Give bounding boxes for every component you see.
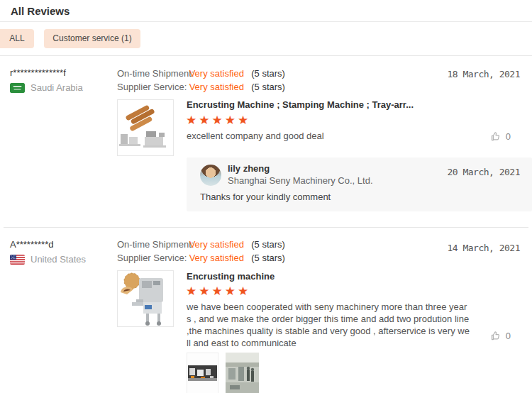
churros-machine-image <box>118 100 173 155</box>
tab-customer-service[interactable]: Customer service (1) <box>44 29 140 48</box>
review-filter-tabs: ALL Customer service (1) <box>0 23 532 56</box>
rating-row-shipment: On-time Shipment: Very satisfied (5 star… <box>117 68 285 79</box>
factory-photo-2 <box>226 353 259 393</box>
product-thumbnail[interactable] <box>117 270 174 327</box>
rating-row-shipment: On-time Shipment: Very satisfied (5 star… <box>117 239 285 250</box>
rating-value: Very satisfied <box>189 253 249 263</box>
rating-stars-text: (5 stars) <box>251 239 285 250</box>
avatar <box>200 165 221 186</box>
rating-stars-text: (5 stars) <box>251 68 285 79</box>
rating-stars-text: (5 stars) <box>251 253 285 263</box>
review-divider <box>4 227 528 228</box>
reviewer-name: A*********d <box>10 239 53 250</box>
review-text: excellent company and good deal <box>187 130 324 142</box>
like-button[interactable]: 0 <box>490 331 511 341</box>
like-count: 0 <box>506 331 511 341</box>
review-text: we have been cooperated with seny machin… <box>187 301 470 349</box>
reply-date: 20 March, 2021 <box>447 167 520 177</box>
rating-stars-text: (5 stars) <box>251 82 285 92</box>
rating-value: Very satisfied <box>189 68 249 79</box>
reviewer-country: Saudi Arabia <box>10 82 83 93</box>
like-button[interactable]: 0 <box>490 131 511 142</box>
page-header: All Reviews <box>0 0 532 22</box>
rating-value: Very satisfied <box>189 82 249 92</box>
like-count: 0 <box>506 131 511 142</box>
factory-photo-1 <box>187 353 218 393</box>
reply-text: Thanks for your kindly comment <box>200 192 331 202</box>
thumbs-up-icon <box>490 131 501 142</box>
review-photo[interactable] <box>187 353 218 393</box>
rating-label: On-time Shipment: <box>117 68 187 79</box>
supplier-reply: lily zheng Shanghai Seny Machinery Co., … <box>187 157 532 211</box>
saudi-arabia-flag <box>10 83 25 93</box>
country-label: Saudi Arabia <box>31 82 83 93</box>
star-rating: ★★★★★ <box>186 113 250 128</box>
rating-label: Supplier Service: <box>117 253 187 263</box>
star-rating: ★★★★★ <box>186 284 250 299</box>
encrusting-machine-image <box>118 271 173 326</box>
product-title[interactable]: Encrusting Machine ; Stamping Machine ; … <box>187 99 414 110</box>
reviewer-country: United States <box>10 254 86 265</box>
rating-label: On-time Shipment: <box>117 239 187 250</box>
review-date: 18 March, 2021 <box>447 69 520 79</box>
reviewer-name: r**************f <box>10 67 66 78</box>
united-states-flag <box>10 255 25 265</box>
reviews-page: All Reviews ALL Customer service (1) r**… <box>0 0 532 393</box>
rating-label: Supplier Service: <box>117 82 187 92</box>
rating-row-service: Supplier Service: Very satisfied (5 star… <box>117 82 285 92</box>
review-date: 14 March, 2021 <box>447 243 520 253</box>
rating-row-service: Supplier Service: Very satisfied (5 star… <box>117 253 285 263</box>
review-photo[interactable] <box>226 353 259 393</box>
tab-all[interactable]: ALL <box>0 29 34 48</box>
country-label: United States <box>31 254 86 265</box>
reply-company: Shanghai Seny Machinery Co., Ltd. <box>228 175 373 186</box>
thumbs-up-icon <box>490 331 501 341</box>
product-thumbnail[interactable] <box>117 99 174 156</box>
reply-author: lily zheng <box>228 163 270 174</box>
rating-value: Very satisfied <box>189 239 249 250</box>
page-title: All Reviews <box>11 5 70 17</box>
product-title[interactable]: Encrusting machine <box>187 271 275 282</box>
